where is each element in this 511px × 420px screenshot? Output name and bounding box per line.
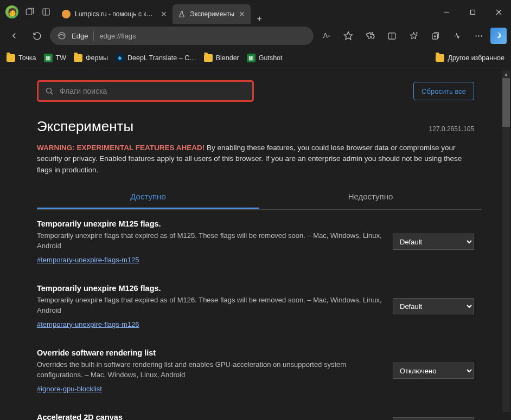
bookmark-other-favorites[interactable]: Другое избранное bbox=[436, 54, 504, 62]
svg-marker-8 bbox=[344, 32, 353, 40]
scroll-thumb[interactable] bbox=[502, 78, 510, 127]
address-bar[interactable]: Edge edge://flags bbox=[50, 27, 314, 45]
bookmark-tochka[interactable]: Точка bbox=[7, 54, 36, 62]
search-input[interactable] bbox=[60, 87, 246, 95]
bookmark-gutshot[interactable]: ▦Gutshot bbox=[247, 54, 283, 62]
flag-title: Override software rendering list bbox=[37, 348, 382, 357]
browser-name: Edge bbox=[72, 32, 88, 40]
window-titlebar: 🧑 Lumpics.ru - помощь с компью… ✕ Экспер… bbox=[0, 0, 511, 24]
flags-tabs: Доступно Недоступно bbox=[37, 185, 482, 210]
copilot-button[interactable] bbox=[490, 28, 507, 44]
tab-unavailable[interactable]: Недоступно bbox=[259, 185, 482, 209]
health-button[interactable] bbox=[447, 26, 467, 46]
read-aloud-button[interactable]: A» bbox=[317, 26, 336, 46]
flag-item: Temporarily unexpire M126 flags.Temporar… bbox=[37, 274, 482, 339]
flag-select[interactable]: Включено bbox=[393, 417, 474, 421]
maximize-button[interactable] bbox=[460, 3, 485, 21]
scroll-up-icon[interactable]: ▲ bbox=[502, 70, 510, 78]
tab-available[interactable]: Доступно bbox=[37, 185, 259, 209]
flag-anchor-link[interactable]: #temporary-unexpire-flags-m126 bbox=[37, 320, 139, 328]
flag-item: Accelerated 2D canvasEnables the use of … bbox=[37, 403, 482, 420]
back-button[interactable] bbox=[4, 26, 24, 46]
bookmark-tw[interactable]: ▦TW bbox=[44, 54, 66, 62]
profile-avatar[interactable]: 🧑 bbox=[5, 5, 18, 18]
folder-icon bbox=[204, 54, 213, 62]
tab-favicon-icon bbox=[62, 10, 71, 18]
svg-marker-11 bbox=[410, 33, 417, 38]
vertical-tabs-icon[interactable] bbox=[41, 7, 51, 17]
flag-description: Temporarily unexpire flags that expired … bbox=[37, 230, 382, 251]
scrollbar[interactable]: ▲ bbox=[502, 70, 510, 412]
svg-point-17 bbox=[475, 35, 476, 36]
bookmarks-bar: Точка ▦TW Фермы ◆DeepL Translate – C… Bl… bbox=[0, 48, 511, 68]
sheet-icon: ▦ bbox=[247, 54, 256, 62]
divider bbox=[93, 31, 94, 41]
new-tab-button[interactable]: + bbox=[251, 14, 268, 24]
version-label: 127.0.2651.105 bbox=[429, 125, 474, 133]
browser-tab-lumpics[interactable]: Lumpics.ru - помощь с компью… ✕ bbox=[56, 4, 173, 24]
flag-item: Override software rendering listOverride… bbox=[37, 339, 482, 403]
flag-title: Temporarily unexpire M126 flags. bbox=[37, 284, 382, 293]
minimize-button[interactable] bbox=[434, 3, 459, 21]
refresh-button[interactable] bbox=[27, 26, 47, 46]
svg-rect-4 bbox=[470, 10, 475, 14]
favorites-button[interactable] bbox=[404, 26, 423, 46]
close-icon[interactable]: ✕ bbox=[161, 10, 167, 18]
close-window-button[interactable] bbox=[486, 3, 511, 21]
flask-icon bbox=[178, 10, 186, 18]
edge-logo-icon bbox=[58, 31, 66, 40]
flag-anchor-link[interactable]: #temporary-unexpire-flags-m125 bbox=[37, 256, 139, 264]
warning-prefix: WARNING: EXPERIMENTAL FEATURES AHEAD! bbox=[37, 144, 205, 152]
page-content: Сбросить все Эксперименты 127.0.2651.105… bbox=[0, 68, 511, 420]
workspaces-icon[interactable] bbox=[25, 7, 35, 17]
tab-title: Lumpics.ru - помощь с компью… bbox=[75, 10, 156, 18]
search-icon bbox=[45, 87, 54, 96]
flag-select[interactable]: Default bbox=[393, 234, 474, 250]
page-title: Эксперименты bbox=[37, 118, 133, 135]
svg-rect-1 bbox=[43, 9, 49, 15]
sheet-icon: ▦ bbox=[44, 54, 53, 62]
deepl-icon: ◆ bbox=[116, 54, 124, 62]
flag-title: Temporarily unexpire M125 flags. bbox=[37, 219, 382, 228]
search-flags-box[interactable] bbox=[37, 80, 254, 102]
svg-line-21 bbox=[51, 92, 53, 94]
split-screen-button[interactable] bbox=[382, 26, 401, 46]
close-icon[interactable]: ✕ bbox=[239, 10, 245, 18]
reset-all-button[interactable]: Сбросить все bbox=[413, 82, 474, 100]
tab-title: Эксперименты bbox=[190, 10, 234, 18]
browser-toolbar: Edge edge://flags A» bbox=[0, 24, 511, 48]
svg-rect-0 bbox=[26, 9, 32, 15]
bookmark-blender[interactable]: Blender bbox=[204, 54, 239, 62]
flag-select[interactable]: Default bbox=[393, 298, 474, 314]
flag-anchor-link[interactable]: #ignore-gpu-blocklist bbox=[37, 385, 102, 393]
favorite-button[interactable] bbox=[338, 26, 358, 46]
extensions-button[interactable] bbox=[360, 26, 380, 46]
flag-title: Accelerated 2D canvas bbox=[37, 413, 382, 420]
flag-select[interactable]: Отключено bbox=[393, 363, 474, 379]
svg-point-20 bbox=[46, 88, 51, 93]
collections-button[interactable] bbox=[425, 26, 445, 46]
bookmark-fermy[interactable]: Фермы bbox=[74, 54, 108, 62]
url-text: edge://flags bbox=[99, 32, 136, 40]
flag-item: Temporarily unexpire M125 flags.Temporar… bbox=[37, 210, 482, 274]
browser-tab-experiments[interactable]: Эксперименты ✕ bbox=[173, 4, 251, 24]
folder-icon bbox=[74, 54, 82, 62]
folder-icon bbox=[7, 54, 15, 62]
warning-text: WARNING: EXPERIMENTAL FEATURES AHEAD! By… bbox=[37, 139, 482, 185]
folder-icon bbox=[436, 54, 444, 62]
svg-point-19 bbox=[481, 35, 482, 36]
flag-description: Temporarily unexpire flags that expired … bbox=[37, 295, 382, 316]
more-menu-button[interactable] bbox=[469, 26, 488, 46]
flag-description: Overrides the built-in software renderin… bbox=[37, 359, 382, 380]
svg-point-18 bbox=[478, 35, 479, 36]
bookmark-deepl[interactable]: ◆DeepL Translate – C… bbox=[116, 54, 196, 62]
